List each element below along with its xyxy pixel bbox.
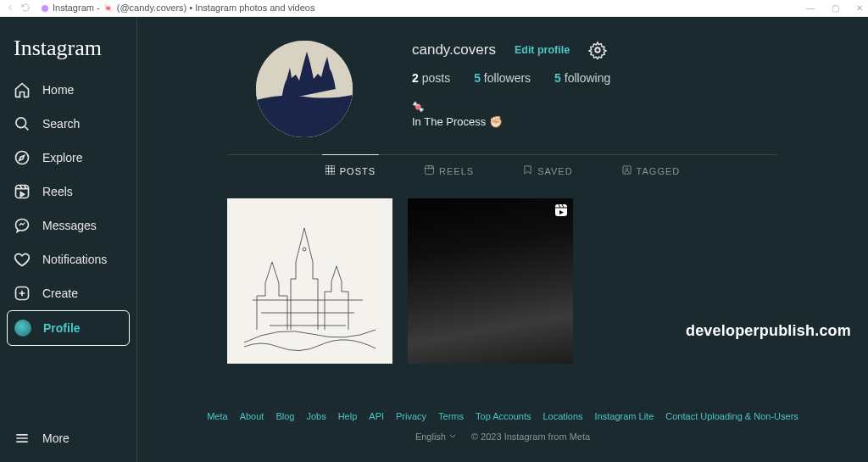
hamburger-icon <box>14 430 31 447</box>
footer-link[interactable]: Terms <box>438 411 464 421</box>
chevron-down-icon <box>449 433 456 440</box>
profile-header: candy.covers Edit profile 2 posts 5 foll… <box>137 17 868 154</box>
footer-link[interactable]: Locations <box>542 411 582 421</box>
edit-profile-button[interactable]: Edit profile <box>515 44 570 56</box>
tab-label: TAGGED <box>637 166 681 176</box>
browser-chrome: Instagram - 🍬 (@candy.covers) • Instagra… <box>0 0 868 17</box>
nav-label: Messages <box>42 219 97 232</box>
footer-link[interactable]: Contact Uploading & Non-Users <box>665 411 798 421</box>
nav-label: Notifications <box>42 253 107 266</box>
footer-link[interactable]: API <box>369 411 384 421</box>
sidebar-item-profile[interactable]: Profile <box>7 310 130 346</box>
username: candy.covers <box>412 42 496 58</box>
footer-link[interactable]: Instagram Lite <box>595 411 654 421</box>
svg-point-0 <box>42 5 48 12</box>
avatar-icon <box>14 320 31 337</box>
bio-text: In The Process ✊🏻 <box>412 114 868 130</box>
bookmark-icon <box>523 165 532 176</box>
reels-icon <box>14 183 31 200</box>
svg-rect-7 <box>426 165 434 174</box>
svg-point-1 <box>16 118 26 128</box>
tab-saved[interactable]: SAVED <box>520 155 576 186</box>
main-content: candy.covers Edit profile 2 posts 5 foll… <box>137 17 868 462</box>
language-select[interactable]: English <box>415 431 456 442</box>
post-thumbnail[interactable] <box>227 198 392 364</box>
copyright: © 2023 Instagram from Meta <box>471 431 590 442</box>
footer: Meta About Blog Jobs Help API Privacy Te… <box>137 364 868 454</box>
gear-icon <box>588 41 607 59</box>
tab-favicon-icon <box>41 4 49 13</box>
footer-link[interactable]: Blog <box>275 411 294 421</box>
footer-links: Meta About Blog Jobs Help API Privacy Te… <box>137 411 868 421</box>
profile-tabs: POSTS REELS SAVED TAGGED <box>227 154 778 186</box>
tab-tagged[interactable]: TAGGED <box>619 155 684 186</box>
search-icon <box>14 115 31 132</box>
grid-icon <box>326 165 335 176</box>
home-icon <box>14 81 31 98</box>
browser-tab: Instagram - 🍬 (@candy.covers) • Instagra… <box>41 3 314 14</box>
svg-rect-12 <box>555 204 567 216</box>
nav-label: Home <box>42 83 74 97</box>
sidebar-item-search[interactable]: Search <box>7 107 130 141</box>
nav-label: Explore <box>42 151 82 164</box>
footer-bottom: English © 2023 Instagram from Meta <box>137 431 868 442</box>
tab-label: SAVED <box>537 166 572 176</box>
svg-point-6 <box>595 47 600 53</box>
browser-nav <box>5 3 31 14</box>
footer-link[interactable]: About <box>240 411 264 421</box>
compass-icon <box>14 149 31 166</box>
nav-list: Home Search Explore Reels Messages Notif… <box>7 73 130 421</box>
profile-bio: 🍬 In The Process ✊🏻 <box>412 100 868 130</box>
footer-link[interactable]: Privacy <box>396 411 426 421</box>
nav-label: Reels <box>42 185 73 198</box>
footer-link[interactable]: Meta <box>207 411 227 421</box>
instagram-logo[interactable]: Instagram <box>7 32 130 73</box>
more-label: More <box>42 431 70 445</box>
avatar-image <box>256 41 353 137</box>
window-maximize-icon[interactable]: ▢ <box>832 3 839 13</box>
svg-point-2 <box>16 152 29 164</box>
tab-label: REELS <box>439 166 474 176</box>
bio-emoji: 🍬 <box>412 100 868 114</box>
footer-link[interactable]: Help <box>338 411 358 421</box>
nav-label: Search <box>42 117 80 131</box>
post-image <box>227 198 392 364</box>
post-thumbnail[interactable] <box>408 198 573 364</box>
watermark: developerpublish.com <box>686 322 851 340</box>
sidebar-item-more[interactable]: More <box>7 421 130 455</box>
tagged-icon <box>622 165 632 176</box>
footer-link[interactable]: Jobs <box>306 411 326 421</box>
sidebar-item-explore[interactable]: Explore <box>7 141 130 175</box>
tab-posts[interactable]: POSTS <box>322 154 379 186</box>
back-icon[interactable] <box>5 3 15 14</box>
nav-label: Profile <box>43 321 81 335</box>
reels-tab-icon <box>425 165 434 176</box>
reel-badge-icon <box>554 203 568 217</box>
window-minimize-icon[interactable]: — <box>806 3 815 13</box>
heart-icon <box>14 251 31 268</box>
followers-count[interactable]: 5 followers <box>474 71 531 85</box>
sidebar-item-notifications[interactable]: Notifications <box>7 242 130 276</box>
window-controls: — ▢ ✕ <box>806 3 863 13</box>
sidebar-item-create[interactable]: Create <box>7 276 130 310</box>
tab-reels[interactable]: REELS <box>421 155 477 186</box>
tab-title-text: Instagram - 🍬 (@candy.covers) • Instagra… <box>53 3 314 14</box>
sidebar: Instagram Home Search Explore Reels Mess… <box>0 17 137 462</box>
sidebar-item-home[interactable]: Home <box>7 73 130 107</box>
window-close-icon[interactable]: ✕ <box>856 3 863 13</box>
reload-icon[interactable] <box>20 3 31 14</box>
profile-avatar[interactable] <box>256 41 353 137</box>
following-count[interactable]: 5 following <box>554 71 610 85</box>
plus-icon <box>14 285 31 302</box>
footer-link[interactable]: Top Accounts <box>476 411 531 421</box>
sidebar-item-reels[interactable]: Reels <box>7 175 130 209</box>
settings-button[interactable] <box>588 41 607 59</box>
stats-row: 2 posts 5 followers 5 following <box>412 71 868 85</box>
nav-label: Create <box>42 287 78 300</box>
messenger-icon <box>14 217 31 234</box>
profile-info: candy.covers Edit profile 2 posts 5 foll… <box>412 41 868 137</box>
tab-label: POSTS <box>340 166 376 176</box>
posts-count: 2 posts <box>412 71 450 85</box>
sidebar-item-messages[interactable]: Messages <box>7 209 130 242</box>
svg-point-9 <box>626 168 628 170</box>
